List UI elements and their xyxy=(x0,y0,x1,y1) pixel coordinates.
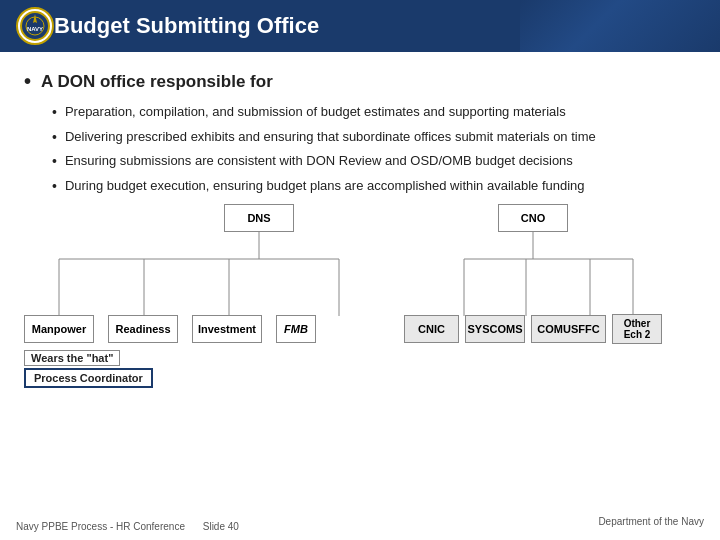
footer: Navy PPBE Process - HR Conference Slide … xyxy=(0,516,720,534)
bullet-4-text: During budget execution, ensuring budget… xyxy=(65,177,585,195)
cnic-box: CNIC xyxy=(404,315,459,343)
bullet-4: During budget execution, ensuring budget… xyxy=(52,177,696,197)
process-coordinator-box: Process Coordinator xyxy=(24,366,696,388)
fmb-box: FMB xyxy=(276,315,316,343)
page-title: Budget Submitting Office xyxy=(54,13,319,39)
svg-text:NAVY: NAVY xyxy=(27,26,43,32)
investment-box: Investment xyxy=(192,315,262,343)
bullet-1: Preparation, compilation, and submission… xyxy=(52,103,696,123)
header: NAVY Budget Submitting Office xyxy=(0,0,720,52)
bullet-3-text: Ensuring submissions are consistent with… xyxy=(65,152,573,170)
bottom-row: Manpower Readiness Investment FMB CNIC S… xyxy=(24,314,662,344)
other-ech2-box: Other Ech 2 xyxy=(612,314,662,344)
readiness-box: Readiness xyxy=(108,315,178,343)
dns-box: DNS xyxy=(224,204,294,232)
syscoms-box: SYSCOMS xyxy=(465,315,525,343)
bullet-1-text: Preparation, compilation, and submission… xyxy=(65,103,566,121)
comusffc-box: COMUSFFC xyxy=(531,315,606,343)
main-content: A DON office responsible for Preparation… xyxy=(0,52,720,396)
footer-right: Department of the Navy xyxy=(598,516,704,534)
wears-hat-area: Wears the "hat" Process Coordinator xyxy=(24,348,696,388)
wears-hat-label: Wears the "hat" xyxy=(24,348,696,366)
main-heading: A DON office responsible for xyxy=(24,70,696,93)
bullet-3: Ensuring submissions are consistent with… xyxy=(52,152,696,172)
bullet-2-text: Delivering prescribed exhibits and ensur… xyxy=(65,128,596,146)
org-chart: CNO DNS Manpower Readiness Investment FM… xyxy=(24,204,696,344)
bullet-2: Delivering prescribed exhibits and ensur… xyxy=(52,128,696,148)
header-decoration xyxy=(520,0,720,52)
footer-left: Navy PPBE Process - HR Conference Slide … xyxy=(16,516,239,534)
sub-bullets-list: Preparation, compilation, and submission… xyxy=(52,103,696,196)
cno-box: CNO xyxy=(498,204,568,232)
navy-logo: NAVY xyxy=(16,7,54,45)
manpower-box: Manpower xyxy=(24,315,94,343)
